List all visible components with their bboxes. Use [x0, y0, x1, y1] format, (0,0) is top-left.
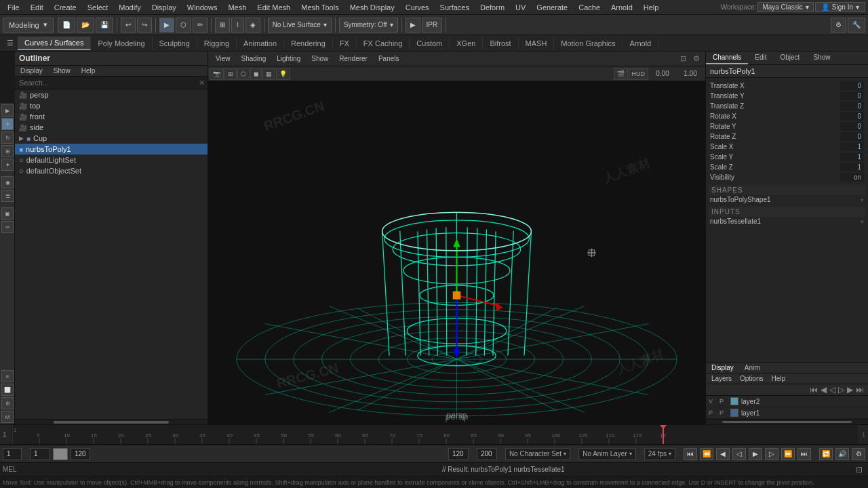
layer-v-btn[interactable]: V — [709, 398, 717, 405]
outliner-help-menu[interactable]: Help — [76, 66, 101, 76]
tab-fx[interactable]: FX — [333, 37, 357, 49]
go-to-start-button[interactable]: ⏮ — [684, 448, 697, 460]
vp-shaded-icon[interactable]: ◼ — [250, 68, 262, 80]
channel-row[interactable]: Translate Y 0 — [709, 91, 865, 101]
windows-menu[interactable]: Windows — [182, 2, 222, 13]
display-menu[interactable]: Display — [147, 2, 181, 13]
uv-menu[interactable]: UV — [511, 2, 530, 13]
layer-nav-first-icon[interactable]: ⏮ — [808, 385, 819, 394]
time-ruler[interactable]: 1 5 10 15 20 25 30 35 40 45 50 — [11, 425, 858, 444]
layer-anim-tab[interactable]: Anim — [739, 363, 766, 373]
workspace-dropdown[interactable]: Maya Classic ▾ — [757, 2, 813, 12]
vp-cam-icon[interactable]: 📷 — [210, 68, 224, 80]
list-item[interactable]: ○ defaultObjectSet — [15, 165, 208, 176]
cmd-expand-icon[interactable]: ⊡ — [853, 465, 865, 474]
viewport-canvas[interactable]: RRCG.CN 人人素材 RRCG.CN 人人素材 — [208, 81, 705, 424]
curves-menu[interactable]: Curves — [401, 2, 434, 13]
select-menu[interactable]: Select — [83, 2, 113, 13]
vp-wire-icon[interactable]: ⬡ — [237, 68, 250, 80]
snap-curve-button[interactable]: ⌇ — [231, 18, 244, 33]
cache-menu[interactable]: Cache — [574, 2, 605, 13]
vp-light-icon[interactable]: 💡 — [276, 68, 290, 80]
list-item[interactable]: ○ defaultLightSet — [15, 155, 208, 165]
list-item[interactable]: 🎥 front — [15, 111, 208, 122]
outliner-hscroll[interactable] — [15, 419, 208, 424]
vp-hud-icon[interactable]: HUD — [629, 68, 649, 80]
cmd-input[interactable] — [26, 466, 439, 473]
frame-start-field[interactable]: 1 — [30, 448, 50, 460]
multi-cut-button[interactable]: ✂ — [1, 221, 14, 233]
outliner-search-clear-icon[interactable]: ✕ — [196, 79, 208, 87]
tab-sculpting[interactable]: Sculpting — [153, 37, 197, 49]
render-settings-button[interactable]: ⚙ — [1, 397, 14, 409]
layer-row[interactable]: V P layer2 — [706, 396, 868, 407]
tab-bifrost[interactable]: Bifrost — [483, 37, 518, 49]
show-manip-button[interactable]: ☰ — [1, 190, 14, 202]
component-highlight-button[interactable]: ▣ — [1, 207, 14, 220]
list-item[interactable]: 🎥 side — [15, 122, 208, 133]
channel-row[interactable]: Rotate Y 0 — [709, 121, 865, 131]
edit-mesh-menu[interactable]: Edit Mesh — [252, 2, 295, 13]
channel-row[interactable]: nurbsToPolyShape1 ▾ — [709, 195, 865, 204]
sign-in-button[interactable]: 👤 Sign In ▾ — [815, 2, 865, 12]
channel-tab-channels[interactable]: Channels — [706, 52, 748, 64]
live-surface-dropdown[interactable]: No Live Surface ▾ — [268, 18, 332, 33]
mode-dropdown[interactable]: Modeling ▾ — [3, 18, 54, 33]
sound-button[interactable]: 🔊 — [835, 448, 849, 460]
render-button[interactable]: ▶ — [406, 18, 420, 33]
anim-layer-dropdown[interactable]: No Anim Layer ▾ — [578, 448, 636, 460]
play-forward-button[interactable]: ▶ — [749, 448, 762, 460]
snap-point-button[interactable]: ◈ — [245, 18, 260, 33]
layer-nav-prev-icon[interactable]: ◀ — [819, 385, 828, 394]
channel-row[interactable]: Rotate Z 0 — [709, 131, 865, 142]
fps-dropdown[interactable]: 24 fps ▾ — [644, 448, 675, 460]
layer-nav-next-icon[interactable]: ▷ — [837, 385, 846, 394]
list-item[interactable]: ▶ ■ Cup — [15, 133, 208, 144]
char-set-dropdown[interactable]: No Character Set ▾ — [505, 448, 570, 460]
vp-show-menu[interactable]: Show — [307, 54, 333, 64]
list-item[interactable]: 🎥 persp — [15, 89, 208, 100]
new-scene-button[interactable]: 📄 — [58, 18, 75, 33]
layer-v-btn[interactable]: P — [709, 409, 717, 416]
tab-arnold-tab[interactable]: Arnold — [623, 37, 658, 49]
layer-nav-prev2-icon[interactable]: ◁ — [828, 385, 837, 394]
file-menu[interactable]: File — [3, 2, 24, 13]
right-tool-2[interactable]: 🔧 — [848, 18, 865, 33]
rotate-tool-button[interactable]: ↻ — [1, 131, 14, 144]
vp-renderer-menu[interactable]: Renderer — [334, 54, 372, 64]
tab-curves-surfaces[interactable]: Curves / Surfaces — [18, 37, 91, 50]
lasso-button[interactable]: ⬡ — [176, 18, 191, 33]
outliner-display-menu[interactable]: Display — [15, 66, 48, 76]
loop-button[interactable]: 🔁 — [819, 448, 833, 460]
snap-grid-button[interactable]: ⊞ — [215, 18, 230, 33]
scale-tool-button[interactable]: ⊞ — [1, 145, 14, 157]
channel-row[interactable]: Translate Z 0 — [709, 101, 865, 111]
tab-rigging[interactable]: Rigging — [197, 37, 237, 49]
channel-row[interactable]: Rotate X 0 — [709, 111, 865, 121]
open-scene-button[interactable]: 📂 — [77, 18, 94, 33]
tab-motion-graphics[interactable]: Motion Graphics — [554, 37, 623, 49]
play-back-button[interactable]: ◁ — [732, 448, 746, 460]
prev-keyframe-button[interactable]: ◀ — [716, 448, 730, 460]
layer-row[interactable]: P P layer1 — [706, 407, 868, 419]
list-item[interactable]: 🎥 top — [15, 100, 208, 111]
frame-mid-field[interactable]: 120 — [71, 448, 90, 460]
edit-menu[interactable]: Edit — [26, 2, 48, 13]
channel-row[interactable]: Scale Z 1 — [709, 162, 865, 172]
options-menu[interactable]: Options — [737, 374, 766, 383]
vp-grid-icon[interactable]: ⊞ — [224, 68, 237, 80]
redo-button[interactable]: ↪ — [137, 18, 152, 33]
layer-p-btn[interactable]: P — [719, 409, 728, 416]
layer-p-btn[interactable]: P — [719, 398, 728, 405]
vp-lighting-menu[interactable]: Lighting — [272, 54, 305, 64]
channel-row[interactable]: Translate X 0 — [709, 81, 865, 91]
vp-shading-menu[interactable]: Shading — [237, 54, 271, 64]
tab-xgen[interactable]: XGen — [450, 37, 483, 49]
surfaces-menu[interactable]: Surfaces — [435, 2, 474, 13]
right-tool-1[interactable]: ⚙ — [831, 18, 846, 33]
range-end-field[interactable]: 200 — [477, 448, 497, 460]
layer-nav-next2-icon[interactable]: ▶ — [846, 385, 854, 394]
script-editor-button[interactable]: M — [1, 411, 14, 423]
mesh-menu[interactable]: Mesh — [223, 2, 251, 13]
modify-menu[interactable]: Modify — [114, 2, 145, 13]
